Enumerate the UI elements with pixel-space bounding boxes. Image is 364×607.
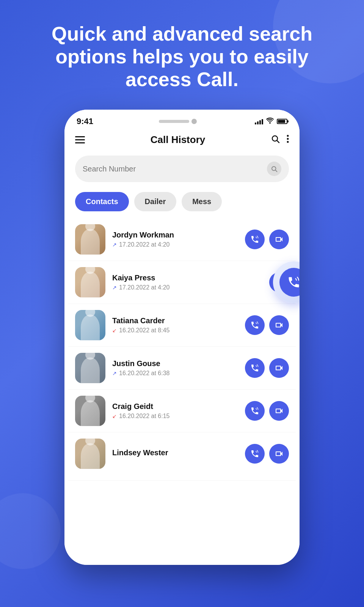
video-call-button[interactable] (269, 444, 289, 464)
contact-call-info: ↗ 17.20.2022 at 4:20 (112, 241, 238, 248)
voice-call-button[interactable] (245, 444, 265, 464)
avatar (75, 267, 105, 297)
tab-contacts[interactable]: Contacts (75, 192, 129, 211)
contact-info: Jordyn Workman ↗ 17.20.2022 at 4:20 (112, 231, 238, 248)
contact-call-info: ↙ 16.20.2022 at 8:45 (112, 327, 238, 334)
search-container (64, 152, 300, 189)
avatar (75, 396, 105, 426)
contact-call-info: ↗ 17.20.2022 at 4:20 (112, 284, 262, 291)
call-direction-icon: ↗ (112, 285, 117, 291)
phone-mockup: 9:41 Call History (64, 110, 300, 565)
voice-call-button[interactable] (245, 401, 265, 421)
call-time: 17.20.2022 at 4:20 (119, 241, 169, 248)
svg-point-3 (287, 138, 289, 140)
contact-name: Jordyn Workman (112, 231, 238, 239)
call-time: 16.20.2022 at 6:15 (119, 413, 169, 420)
tab-dailer[interactable]: Dailer (134, 192, 177, 211)
video-call-button[interactable] (269, 401, 289, 421)
video-call-button[interactable] (269, 315, 289, 335)
status-time: 9:41 (77, 116, 93, 126)
contact-name: Kaiya Press (112, 274, 262, 282)
search-submit-button[interactable] (267, 162, 281, 176)
action-buttons (245, 230, 289, 249)
tab-messages[interactable]: Mess (182, 192, 222, 211)
header-actions (271, 134, 289, 146)
contact-call-info: ↙ 16.20.2022 at 6:15 (112, 413, 238, 420)
call-direction-icon: ↗ (112, 242, 117, 248)
contact-info: Lindsey Wester (112, 448, 238, 459)
search-input[interactable] (83, 165, 262, 173)
contact-item: Craig Geidt ↙ 16.20.2022 at 6:15 (68, 390, 296, 432)
call-direction-icon: ↙ (112, 327, 117, 333)
contact-info: Craig Geidt ↙ 16.20.2022 at 6:15 (112, 402, 238, 420)
menu-button[interactable] (75, 136, 85, 143)
search-button[interactable] (271, 134, 280, 146)
action-buttons (245, 358, 289, 378)
signal-icon (255, 118, 263, 124)
call-direction-icon: ↗ (112, 370, 117, 376)
contact-item: Lindsey Wester (68, 432, 296, 481)
app-title: Call History (151, 134, 206, 146)
voice-call-button[interactable] (245, 358, 265, 378)
search-bar[interactable] (75, 156, 289, 182)
wifi-icon (266, 118, 274, 125)
floating-call-button[interactable] (273, 261, 300, 303)
contact-call-info: ↗ 16.20.2022 at 6:38 (112, 370, 238, 377)
svg-point-2 (287, 135, 289, 137)
contact-item: Tatiana Carder ↙ 16.20.2022 at 8:45 (68, 304, 296, 347)
app-header: Call History (64, 129, 300, 152)
headline: Quick and advanced search options helps … (0, 0, 364, 110)
notch (159, 120, 189, 123)
contact-item: Justin Gouse ↗ 16.20.2022 at 6:38 (68, 347, 296, 390)
contact-item: Kaiya Press ↗ 17.20.2022 at 4:20 (68, 261, 296, 304)
battery-icon (277, 119, 287, 124)
status-icons (255, 118, 287, 125)
svg-line-6 (275, 170, 277, 172)
call-time: 16.20.2022 at 8:45 (119, 327, 169, 334)
voice-call-button[interactable] (245, 315, 265, 335)
action-buttons (245, 315, 289, 335)
contact-name: Craig Geidt (112, 402, 238, 411)
contact-name: Lindsey Wester (112, 448, 238, 457)
contact-info: Tatiana Carder ↙ 16.20.2022 at 8:45 (112, 316, 238, 334)
svg-line-1 (277, 140, 279, 143)
video-call-button[interactable] (269, 230, 289, 249)
more-options-button[interactable] (287, 134, 289, 146)
call-time: 17.20.2022 at 4:20 (119, 284, 169, 291)
call-time: 16.20.2022 at 6:38 (119, 370, 169, 377)
svg-point-4 (287, 141, 289, 143)
avatar (75, 224, 105, 255)
contacts-list: Jordyn Workman ↗ 17.20.2022 at 4:20 (64, 218, 300, 565)
status-bar: 9:41 (64, 110, 300, 129)
contact-name: Tatiana Carder (112, 316, 238, 325)
video-call-button[interactable] (269, 358, 289, 378)
avatar (75, 353, 105, 383)
action-buttons (245, 444, 289, 464)
tabs-container: Contacts Dailer Mess (64, 189, 300, 218)
action-buttons (245, 401, 289, 421)
contact-item: Jordyn Workman ↗ 17.20.2022 at 4:20 (68, 218, 296, 261)
contact-info: Kaiya Press ↗ 17.20.2022 at 4:20 (112, 274, 262, 291)
voice-call-button[interactable] (245, 230, 265, 249)
avatar (75, 439, 105, 469)
call-direction-icon: ↙ (112, 413, 117, 419)
contact-name: Justin Gouse (112, 359, 238, 368)
avatar (75, 310, 105, 340)
contact-info: Justin Gouse ↗ 16.20.2022 at 6:38 (112, 359, 238, 377)
